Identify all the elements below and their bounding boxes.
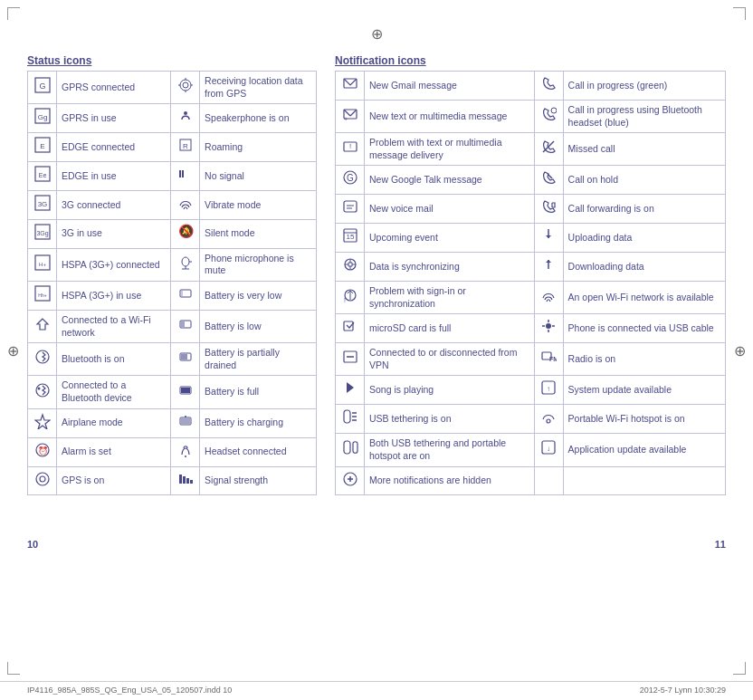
svg-rect-17: [179, 170, 181, 177]
notif-table-row: New voice mail Call forwarding is on: [336, 195, 726, 224]
svg-text:FM: FM: [549, 356, 557, 362]
svg-point-93: [547, 419, 550, 423]
svg-point-60: [551, 108, 557, 113]
notif-table-row: 15 Upcoming event Uploading data: [336, 224, 726, 253]
notif-label2-2: Missed call: [563, 133, 725, 166]
notification-section-title: Notification icons: [335, 54, 726, 67]
svg-text:↑: ↑: [547, 385, 550, 393]
notif-label-3: New Google Talk message: [365, 166, 535, 195]
notif-icon-3: G: [336, 166, 365, 195]
svg-text:E: E: [40, 142, 44, 150]
status-label-5: 3G in use: [57, 219, 171, 248]
side-compass-left-icon: ⊕: [7, 341, 19, 359]
notif-label2-13: [563, 466, 725, 495]
svg-rect-53: [186, 478, 189, 484]
status-icon-8: [28, 310, 57, 342]
notif-icon-7: !: [336, 282, 365, 314]
status-icon-0: G: [28, 72, 57, 104]
status-label2-1: Speakerphone is on: [200, 104, 317, 133]
status-icon2-3: [171, 162, 200, 191]
page-numbers: 10 11: [0, 539, 753, 550]
svg-point-49: [36, 473, 49, 485]
status-label-7: HSPA (3G+) in use: [57, 282, 171, 311]
notif-label-10: Song is playing: [365, 376, 535, 405]
svg-line-58: [350, 110, 357, 116]
svg-rect-33: [181, 291, 183, 296]
status-label2-0: Receiving location data from GPS: [200, 72, 317, 104]
status-icon2-11: [171, 408, 200, 437]
notif-label2-4: Call forwarding is on: [563, 195, 725, 224]
status-label2-13: Signal strength: [200, 466, 317, 495]
status-label-4: 3G connected: [57, 190, 171, 219]
svg-rect-35: [181, 321, 185, 327]
page: ⊕ ⊕ ⊕ Status icons G GPRS connected Rece…: [0, 0, 753, 700]
notif-label2-0: Call in progress (green): [563, 72, 725, 101]
svg-point-81: [546, 323, 551, 329]
svg-rect-42: [181, 388, 190, 393]
status-icon2-13: [171, 466, 200, 495]
footer-left: IP4116_985A_985S_QG_Eng_USA_05_120507.in…: [27, 686, 232, 695]
svg-text:G: G: [39, 82, 45, 91]
svg-point-3: [183, 82, 188, 88]
notif-icon-8: [336, 314, 365, 343]
side-compass-right-icon: ⊕: [734, 341, 746, 359]
status-icon2-9: [171, 343, 200, 376]
notif-table-row: ! Problem with text or multimedia messag…: [336, 133, 726, 166]
table-row: H+ HSPA (3G+) connected Phone microphone…: [28, 248, 317, 281]
status-label2-2: Roaming: [200, 133, 317, 162]
status-label-12: Alarm is set: [57, 437, 171, 466]
svg-line-57: [344, 110, 350, 116]
svg-point-48: [185, 455, 186, 457]
notif-label2-9: Radio is on: [563, 343, 725, 376]
notif-icon2-2: [534, 133, 563, 166]
notif-label2-5: Uploading data: [563, 224, 725, 253]
svg-text:⏰: ⏰: [37, 446, 48, 456]
svg-text:R: R: [183, 142, 188, 150]
status-label2-4: Vibrate mode: [200, 190, 317, 219]
notification-table: New Gmail message Call in progress (gree…: [335, 71, 726, 495]
notif-icon2-12: ↓: [534, 434, 563, 466]
status-label-2: EDGE connected: [57, 133, 171, 162]
notif-label2-6: Downloading data: [563, 253, 725, 282]
status-label-9: Bluetooth is on: [57, 343, 171, 376]
notif-label-1: New text or multimedia message: [365, 100, 535, 132]
svg-rect-80: [344, 321, 353, 331]
notif-icon-11: [336, 405, 365, 434]
notif-label-9: Connected to or disconnected from VPN: [365, 343, 535, 376]
notif-label-7: Problem with sign-in or synchronization: [365, 282, 535, 314]
status-icon-10: [28, 376, 57, 408]
status-icon2-7: [171, 282, 200, 311]
svg-point-40: [37, 387, 40, 389]
table-row: E EDGE connected R Roaming: [28, 133, 317, 162]
status-icon-4: 3G: [28, 190, 57, 219]
notif-table-row: + New text or multimedia message Call in…: [336, 100, 726, 132]
notif-icon2-6: [534, 253, 563, 282]
notif-label2-10: System update available: [563, 376, 725, 405]
svg-rect-18: [182, 170, 184, 177]
table-row: Bluetooth is on Battery is partially dra…: [28, 343, 317, 376]
notif-table-row: More notifications are hidden: [336, 466, 726, 495]
table-row: ⏰ Alarm is set Headset connected: [28, 437, 317, 466]
notif-label-6: Data is synchronizing: [365, 253, 535, 282]
notif-table-row: USB tethering is on Portable Wi-Fi hotsp…: [336, 405, 726, 434]
notif-label-2: Problem with text or multimedia message …: [365, 133, 535, 166]
status-icon-2: E: [28, 133, 57, 162]
notif-icon2-11: [534, 405, 563, 434]
notif-label-12: Both USB tethering and portable hotspot …: [365, 434, 535, 466]
status-table: G GPRS connected Receiving location data…: [27, 71, 317, 495]
notif-table-row: microSD card is full Phone is connected …: [336, 314, 726, 343]
status-icon2-5: 🔕: [171, 219, 200, 248]
status-icon2-4: [171, 190, 200, 219]
svg-text:!: !: [348, 142, 350, 150]
notif-table-row: New Gmail message Call in progress (gree…: [336, 72, 726, 101]
status-icon-12: ⏰: [28, 437, 57, 466]
notif-icon2-7: [534, 282, 563, 314]
status-icon2-2: R: [171, 133, 200, 162]
table-row: Hh+ HSPA (3G+) in use Battery is very lo…: [28, 282, 317, 311]
table-row: Ee EDGE in use No signal: [28, 162, 317, 191]
notif-icon2-4: [534, 195, 563, 224]
corner-mark-br: [733, 662, 746, 675]
main-content: Status icons G GPRS connected Receiving …: [0, 9, 753, 532]
svg-text:↓: ↓: [547, 445, 550, 453]
notif-table-row: Connected to or disconnected from VPN FM…: [336, 343, 726, 376]
